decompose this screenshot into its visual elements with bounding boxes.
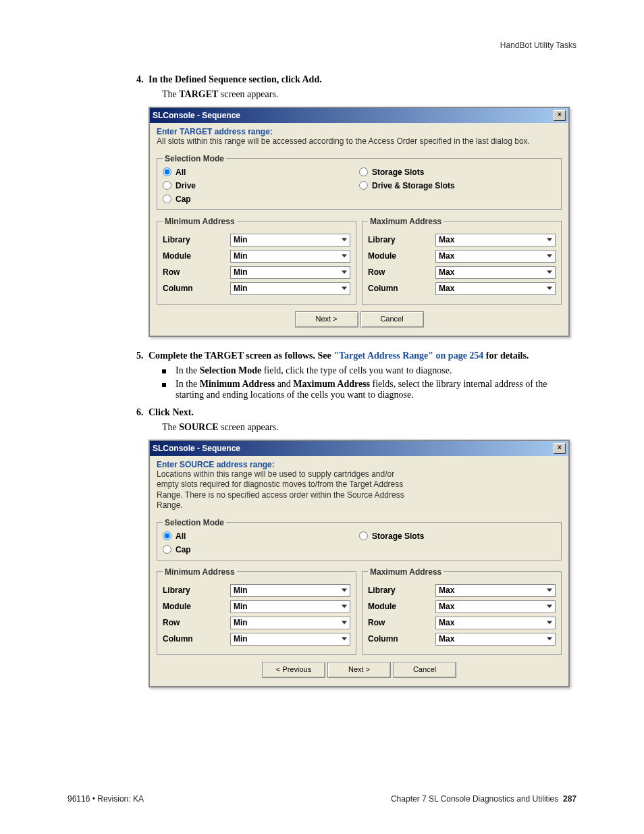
close-icon[interactable]: ×: [554, 443, 566, 454]
source-title: SLConsole - Sequence: [153, 444, 240, 453]
label-row: Row: [368, 267, 435, 277]
min-column-combo[interactable]: Min: [230, 282, 350, 295]
min-library-combo[interactable]: Min: [230, 584, 350, 597]
max-address-legend: Maximum Address: [368, 567, 444, 577]
max-library-combo[interactable]: Max: [435, 584, 556, 597]
min-address-legend: Minimum Address: [163, 567, 237, 577]
min-row-combo[interactable]: Min: [230, 617, 350, 629]
max-address-legend: Maximum Address: [368, 217, 444, 226]
chevron-down-icon: [339, 633, 350, 645]
chevron-down-icon: [544, 601, 555, 613]
min-module-combo[interactable]: Min: [230, 600, 350, 613]
source-intro-text: Locations within this range will be used…: [157, 469, 413, 511]
max-row-combo[interactable]: Max: [435, 266, 556, 279]
step-5-bullet-1: In the Selection Mode field, click the t…: [162, 365, 570, 376]
label-row: Row: [368, 618, 435, 627]
target-min-address-group: Minimum Address LibraryMin ModuleMin Row…: [157, 217, 356, 305]
chevron-down-icon: [339, 617, 350, 629]
chevron-down-icon: [339, 234, 350, 246]
step-4-result: The TARGET screen appears.: [162, 89, 570, 100]
chevron-down-icon: [544, 234, 555, 246]
target-address-range-link[interactable]: "Target Address Range" on page 254: [333, 350, 483, 361]
min-address-legend: Minimum Address: [163, 217, 237, 226]
target-max-address-group: Maximum Address LibraryMax ModuleMax Row…: [362, 217, 562, 305]
radio-drive-storage[interactable]: Drive & Storage Slots: [359, 181, 556, 190]
max-column-combo[interactable]: Max: [435, 633, 556, 646]
step-4: 4. In the Defined Sequence section, clic…: [149, 74, 570, 85]
target-intro-title: Enter TARGET address range:: [157, 127, 562, 136]
radio-drive[interactable]: Drive: [163, 181, 359, 190]
max-library-combo[interactable]: Max: [435, 234, 556, 246]
chevron-down-icon: [339, 601, 350, 613]
source-max-address-group: Maximum Address LibraryMax ModuleMax Row…: [362, 567, 562, 655]
min-library-combo[interactable]: Min: [230, 234, 350, 246]
label-module: Module: [163, 251, 230, 261]
label-column: Column: [163, 634, 230, 644]
chevron-down-icon: [339, 251, 350, 262]
source-min-address-group: Minimum Address LibraryMin ModuleMin Row…: [157, 567, 356, 655]
label-module: Module: [163, 602, 230, 611]
label-library: Library: [163, 585, 230, 595]
chevron-down-icon: [339, 585, 350, 596]
step-5-num: 5.: [136, 350, 144, 361]
step-5-text: Complete the TARGET screen as follows. S…: [149, 350, 529, 361]
target-intro-text: All slots within this range will be acce…: [157, 136, 562, 147]
radio-all[interactable]: All: [163, 531, 359, 541]
chevron-down-icon: [544, 617, 555, 629]
selection-mode-legend: Selection Mode: [163, 154, 226, 163]
target-title: SLConsole - Sequence: [153, 111, 240, 120]
step-6-num: 6.: [136, 407, 144, 418]
header-section-title: HandBot Utility Tasks: [500, 41, 576, 50]
label-library: Library: [368, 585, 435, 595]
cancel-button[interactable]: Cancel: [393, 662, 456, 678]
source-dialog: SLConsole - Sequence × Enter SOURCE addr…: [149, 440, 570, 687]
min-module-combo[interactable]: Min: [230, 250, 350, 263]
radio-storage[interactable]: Storage Slots: [359, 531, 556, 541]
min-row-combo[interactable]: Min: [230, 266, 350, 279]
min-column-combo[interactable]: Min: [230, 633, 350, 646]
source-intro-title: Enter SOURCE address range:: [157, 460, 562, 469]
source-selection-mode-group: Selection Mode All Cap Storage Slots: [157, 518, 562, 561]
label-row: Row: [163, 267, 230, 277]
max-row-combo[interactable]: Max: [435, 617, 556, 629]
chevron-down-icon: [544, 585, 555, 596]
target-dialog: SLConsole - Sequence × Enter TARGET addr…: [149, 107, 570, 337]
step-4-text: In the Defined Sequence section, click A…: [149, 74, 322, 84]
label-module: Module: [368, 602, 435, 611]
step-6: 6. Click Next.: [149, 407, 570, 418]
step-5: 5. Complete the TARGET screen as follows…: [149, 350, 570, 361]
step-4-num: 4.: [136, 74, 144, 85]
max-column-combo[interactable]: Max: [435, 282, 556, 295]
source-titlebar: SLConsole - Sequence ×: [150, 441, 568, 456]
chevron-down-icon: [544, 633, 555, 645]
next-button[interactable]: Next >: [295, 311, 358, 328]
chevron-down-icon: [339, 283, 350, 294]
next-button[interactable]: Next >: [327, 662, 391, 678]
cancel-button[interactable]: Cancel: [360, 311, 424, 328]
max-module-combo[interactable]: Max: [435, 250, 556, 263]
target-selection-mode-group: Selection Mode All Drive Cap Storage Slo…: [157, 154, 562, 210]
selection-mode-legend: Selection Mode: [163, 518, 226, 527]
step-5-bullet-2: In the Minimum Address and Maximum Addre…: [162, 379, 570, 400]
max-module-combo[interactable]: Max: [435, 600, 556, 613]
radio-all[interactable]: All: [163, 167, 359, 177]
radio-cap[interactable]: Cap: [163, 194, 359, 204]
radio-storage[interactable]: Storage Slots: [359, 167, 556, 177]
target-titlebar: SLConsole - Sequence ×: [150, 108, 568, 123]
label-module: Module: [368, 251, 435, 261]
footer-right: Chapter 7 SL Console Diagnostics and Uti…: [391, 794, 576, 804]
chevron-down-icon: [544, 283, 555, 294]
previous-button[interactable]: < Previous: [262, 662, 325, 678]
label-row: Row: [163, 618, 230, 627]
chevron-down-icon: [544, 267, 555, 278]
chevron-down-icon: [339, 267, 350, 278]
label-column: Column: [368, 634, 435, 644]
label-library: Library: [368, 235, 435, 244]
label-library: Library: [163, 235, 230, 244]
page-footer: 96116 • Revision: KA Chapter 7 SL Consol…: [68, 794, 576, 804]
step-6-result: The SOURCE screen appears.: [162, 422, 570, 433]
label-column: Column: [368, 284, 435, 293]
close-icon[interactable]: ×: [554, 110, 566, 121]
radio-cap[interactable]: Cap: [163, 545, 359, 554]
label-column: Column: [163, 284, 230, 293]
